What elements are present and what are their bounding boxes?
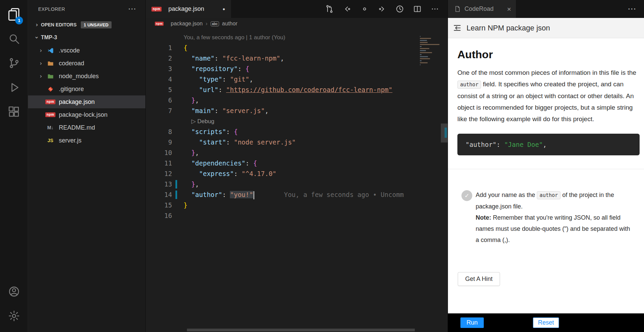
code-line-6[interactable]: 6 },: [146, 95, 448, 106]
breadcrumb-symbol[interactable]: author: [222, 21, 237, 27]
file-item-package-lock.json[interactable]: npmpackage-lock.json: [28, 108, 145, 121]
file-item-README.md[interactable]: M↓README.md: [28, 121, 145, 134]
activity-account-button[interactable]: [3, 280, 24, 304]
line-number: 10: [146, 148, 172, 158]
code-line-16[interactable]: 16: [146, 211, 448, 221]
code-line-5[interactable]: 5 "url": "https://github.com/coderoad/fc…: [146, 85, 448, 95]
activity-settings-button[interactable]: [3, 304, 24, 329]
coderoad-webview: Learn NPM package json Author One of the…: [448, 18, 644, 332]
chevron-right-icon: ›: [37, 73, 45, 80]
next-change-icon[interactable]: [375, 2, 389, 16]
file-item-package.json[interactable]: npmpackage.json: [28, 95, 145, 108]
js-icon: JS: [45, 137, 56, 144]
line-number: 6: [146, 95, 172, 106]
code-line-7[interactable]: 7 "main": "server.js",: [146, 106, 448, 116]
panel-footer: Run Reset: [448, 313, 644, 332]
open-change-icon[interactable]: [357, 2, 372, 16]
activity-source-control-button[interactable]: [3, 51, 24, 76]
line-number: 4: [146, 74, 172, 85]
reset-button[interactable]: Reset: [533, 317, 559, 328]
chevron-right-icon: ›: [37, 47, 45, 54]
activity-bar-bottom: [3, 280, 24, 329]
more-actions-icon[interactable]: [427, 2, 442, 16]
file-label: coderoad: [59, 60, 84, 67]
minimap[interactable]: [419, 32, 441, 332]
file-item-.vscode[interactable]: ›.vscode: [28, 44, 145, 57]
activity-explorer-button[interactable]: 1: [3, 3, 24, 27]
codelens-debug[interactable]: ▷ Debug: [146, 116, 448, 127]
gitlens-file-annotation[interactable]: You, a few seconds ago | 1 author (You): [146, 32, 448, 43]
run-button[interactable]: Run: [460, 317, 484, 328]
activity-bar-items: 1: [3, 3, 24, 125]
chevron-right-icon: ›: [33, 21, 41, 28]
coderoad-panel: CodeRoad × ··· Learn NPM package json Au…: [448, 0, 644, 332]
get-a-hint-button[interactable]: Get A Hint: [458, 272, 500, 286]
workspace-root-folder[interactable]: › TMP-3: [28, 31, 145, 44]
activity-extensions-button[interactable]: [3, 100, 24, 125]
file-item-.gitignore[interactable]: .gitignore: [28, 83, 145, 95]
code-line-11[interactable]: 11 "dependencies": {: [146, 158, 448, 169]
line-number: 5: [146, 85, 172, 95]
sidebar-more-icon[interactable]: ···: [128, 6, 137, 13]
file-label: node_modules: [59, 73, 99, 80]
unsaved-dot-icon[interactable]: ●: [222, 6, 225, 12]
panel-more-icon[interactable]: ···: [628, 5, 644, 13]
code-line-10[interactable]: 10 },: [146, 148, 448, 158]
text-cursor: [254, 191, 254, 199]
git-compare-icon[interactable]: [322, 2, 337, 16]
prev-change-icon[interactable]: [339, 2, 354, 16]
code-line-15[interactable]: 15}: [146, 200, 448, 211]
editor-toolbar: [322, 0, 448, 18]
code-line-4[interactable]: 4 "type": "git",: [146, 74, 448, 85]
horizontal-scrollbar-thumb[interactable]: [187, 329, 415, 331]
file-item-server.js[interactable]: JSserver.js: [28, 134, 145, 147]
code-line-3[interactable]: 3 "repository": {: [146, 64, 448, 74]
modified-gutter-indicator: [175, 191, 177, 199]
tab-coderoad[interactable]: CodeRoad ×: [448, 0, 516, 18]
file-label: package.json: [59, 98, 95, 106]
history-icon[interactable]: [392, 2, 407, 16]
task-item: ✓ Add your name as the author of the pro…: [457, 190, 639, 246]
overview-ruler-modified-mark: [445, 128, 447, 138]
sidebar-title: EXPLORER: [38, 6, 65, 12]
line-number: 2: [146, 53, 172, 64]
code-line-13[interactable]: 13 },: [146, 179, 448, 190]
code-line-9[interactable]: 9 "start": "node server.js": [146, 137, 448, 148]
section-divider: [448, 169, 644, 169]
extensions-icon: [8, 106, 20, 119]
code-area: You, a few seconds ago | 1 author (You) …: [146, 29, 448, 332]
line-number: 16: [146, 211, 172, 221]
npm-icon: npm: [154, 20, 165, 27]
split-editor-icon[interactable]: [410, 2, 425, 16]
line-number: 9: [146, 137, 172, 148]
file-label: README.md: [59, 124, 95, 131]
code-lines: 1{2 "name": "fcc-learn-npm",3 "repositor…: [146, 43, 448, 221]
modified-gutter-indicator: [175, 180, 177, 189]
file-item-coderoad[interactable]: ›coderoad: [28, 57, 145, 70]
code-line-8[interactable]: 8 "scripts": {: [146, 127, 448, 137]
code-line-1[interactable]: 1{: [146, 43, 448, 53]
inline-code-chip: author: [537, 191, 560, 199]
file-label: .gitignore: [59, 86, 84, 93]
task-text: Add your name as the author of the proje…: [476, 190, 635, 246]
open-editors-section[interactable]: › OPEN EDITORS 1 UNSAVED: [28, 18, 145, 31]
chevron-down-icon: ›: [33, 34, 40, 42]
line-number: 15: [146, 200, 172, 211]
line-number: 12: [146, 169, 172, 179]
lesson-heading: Author: [457, 48, 639, 61]
gitlens-inline-blame: You, a few seconds ago • Uncomm: [284, 191, 404, 198]
tab-package-json[interactable]: npm package.json ●: [146, 0, 231, 18]
code-line-12[interactable]: 12 "express": "^4.17.0": [146, 169, 448, 179]
activity-run-debug-button[interactable]: [3, 76, 24, 100]
breadcrumb-separator: ›: [206, 21, 207, 27]
activity-search-button[interactable]: [3, 27, 24, 51]
file-item-node_modules[interactable]: ›node_modules: [28, 70, 145, 83]
code-line-2[interactable]: 2 "name": "fcc-learn-npm",: [146, 53, 448, 64]
toc-back-icon[interactable]: [453, 23, 462, 32]
account-icon: [8, 285, 20, 299]
breadcrumb-file[interactable]: package.json: [171, 21, 202, 27]
file-label: server.js: [59, 137, 81, 144]
panel-tab-bar: CodeRoad × ···: [448, 0, 644, 18]
close-icon[interactable]: ×: [507, 5, 511, 13]
code-line-14[interactable]: 14 "author": "you!"You, a few seconds ag…: [146, 190, 448, 200]
